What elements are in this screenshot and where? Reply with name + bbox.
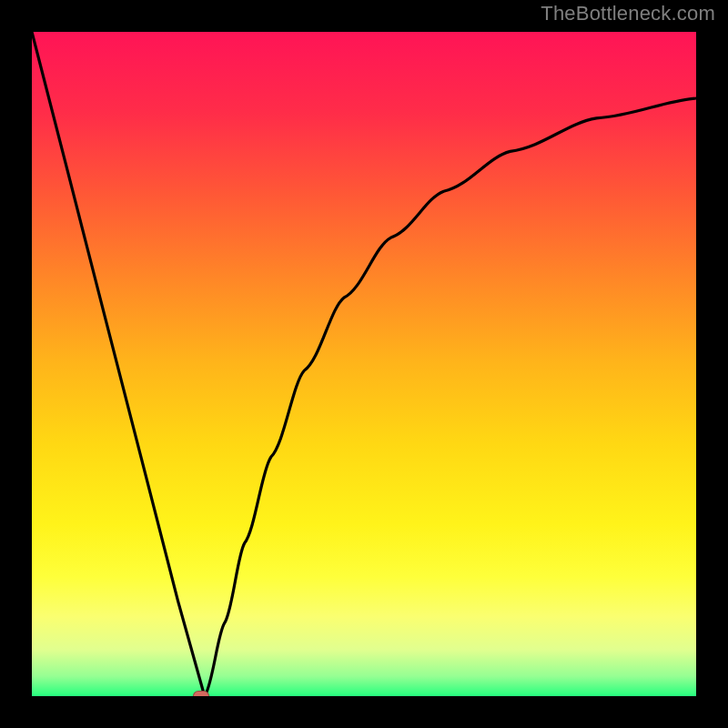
bottleneck-curve	[32, 32, 696, 696]
watermark-text: TheBottleneck.com	[541, 2, 715, 25]
curve-path	[32, 32, 696, 696]
plot-area	[32, 32, 696, 696]
optimal-marker	[193, 691, 209, 696]
chart-frame: TheBottleneck.com	[0, 0, 728, 728]
